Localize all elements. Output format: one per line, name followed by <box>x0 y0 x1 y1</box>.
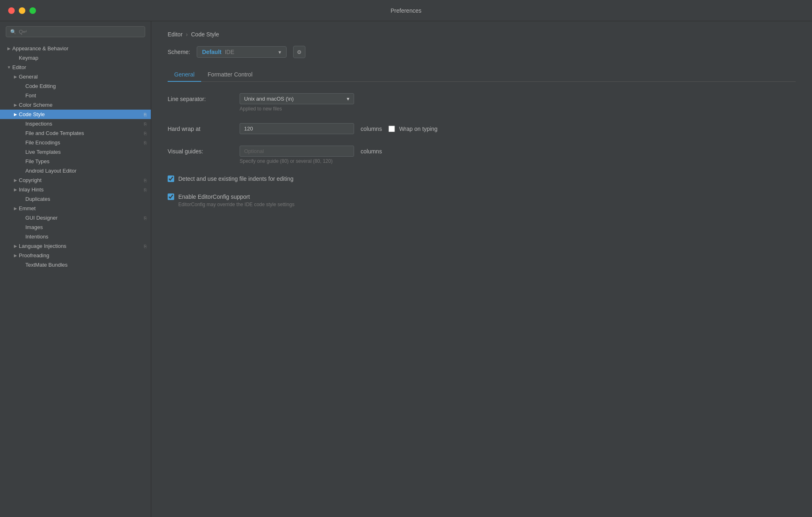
tree-arrow-appearance: ▶ <box>6 46 12 51</box>
wrap-on-typing-checkbox[interactable] <box>388 126 395 132</box>
sidebar-item-label-inspections: Inspections <box>25 121 141 127</box>
sidebar-item-general[interactable]: ▶General <box>0 72 151 81</box>
editorconfig-group: Enable EditorConfig support EditorConfig… <box>168 193 796 207</box>
sidebar-item-file-code-templates[interactable]: File and Code Templates⎘ <box>0 128 151 138</box>
sidebar-item-keymap[interactable]: Keymap <box>0 53 151 63</box>
breadcrumb-parent: Editor <box>168 31 183 38</box>
sidebar-item-label-images: Images <box>25 224 147 230</box>
sidebar-item-label-textmate-bundles: TextMate Bundles <box>25 262 147 268</box>
copy-icon-file-encodings: ⎘ <box>144 140 147 145</box>
hard-wrap-columns-label: columns <box>361 126 382 132</box>
sidebar-item-copyright[interactable]: ▶Copyright⎘ <box>0 175 151 185</box>
line-separator-group: Line separator: Unix and macOS (\n) ▾ Ap… <box>168 93 796 112</box>
sidebar-item-label-gui-designer: GUI Designer <box>25 215 141 221</box>
editorconfig-row: Enable EditorConfig support <box>168 193 796 200</box>
sidebar-item-android-layout-editor[interactable]: Android Layout Editor <box>0 166 151 175</box>
tree-arrow-language-injections: ▶ <box>12 244 19 248</box>
detect-indents-row: Detect and use existing file indents for… <box>168 175 796 182</box>
sidebar-item-textmate-bundles[interactable]: TextMate Bundles <box>0 260 151 270</box>
scheme-ide-text: IDE <box>225 49 234 55</box>
sidebar-item-label-color-scheme: Color Scheme <box>19 102 147 108</box>
main-layout: 🔍 ▶Appearance & BehaviorKeymap▼Editor▶Ge… <box>0 21 812 517</box>
visual-guides-label: Visual guides: <box>168 148 233 155</box>
tree-arrow-inlay-hints: ▶ <box>12 187 19 192</box>
sidebar-item-inlay-hints[interactable]: ▶Inlay Hints⎘ <box>0 185 151 194</box>
search-box[interactable]: 🔍 <box>6 26 145 37</box>
wrap-on-typing-label[interactable]: Wrap on typing <box>399 126 437 132</box>
sidebar-item-emmet[interactable]: ▶Emmet <box>0 204 151 213</box>
scheme-label: Scheme: <box>168 49 190 55</box>
minimize-button[interactable] <box>19 7 25 14</box>
copy-icon-language-injections: ⎘ <box>144 244 147 249</box>
sidebar-item-label-language-injections: Language Injections <box>19 243 141 249</box>
content-panel: Editor › Code Style Scheme: Default IDE … <box>151 21 812 517</box>
sidebar-item-label-font: Font <box>25 92 147 99</box>
sidebar-item-label-duplicates: Duplicates <box>25 196 147 202</box>
line-separator-hint: Applied to new files <box>240 106 796 112</box>
sidebar-item-label-inlay-hints: Inlay Hints <box>19 187 141 193</box>
sidebar-item-label-emmet: Emmet <box>19 205 147 211</box>
maximize-button[interactable] <box>29 7 36 14</box>
gear-icon: ⚙ <box>297 49 302 55</box>
sidebar-item-label-proofreading: Proofreading <box>19 252 147 258</box>
line-separator-dropdown[interactable]: Unix and macOS (\n) ▾ <box>240 93 354 104</box>
sidebar-item-file-types[interactable]: File Types <box>0 157 151 166</box>
sidebar-item-code-style[interactable]: ▶Code Style⎘ <box>0 110 151 119</box>
hard-wrap-row: Hard wrap at columns Wrap on typing <box>168 123 796 134</box>
sidebar-item-label-file-encodings: File Encodings <box>25 139 141 146</box>
hard-wrap-label: Hard wrap at <box>168 126 233 132</box>
sidebar-item-gui-designer[interactable]: GUI Designer⎘ <box>0 213 151 223</box>
sidebar-item-editor[interactable]: ▼Editor <box>0 63 151 72</box>
copy-icon-file-code-templates: ⎘ <box>144 131 147 136</box>
visual-guides-columns-label: columns <box>361 148 382 155</box>
sidebar-item-appearance[interactable]: ▶Appearance & Behavior <box>0 44 151 53</box>
tree-arrow-emmet: ▶ <box>12 206 19 211</box>
sidebar-item-language-injections[interactable]: ▶Language Injections⎘ <box>0 241 151 251</box>
sidebar-item-file-encodings[interactable]: File Encodings⎘ <box>0 138 151 147</box>
sidebar-item-label-file-code-templates: File and Code Templates <box>25 130 141 136</box>
line-separator-value: Unix and macOS (\n) <box>244 96 294 102</box>
sidebar-item-code-editing[interactable]: Code Editing <box>0 81 151 91</box>
sidebar-item-intentions[interactable]: Intentions <box>0 232 151 241</box>
scheme-dropdown-arrow: ▾ <box>278 49 281 55</box>
visual-guides-hint: Specify one guide (80) or several (80, 1… <box>240 158 796 164</box>
tab-general[interactable]: General <box>168 68 201 82</box>
tabs-row: GeneralFormatter Control <box>168 68 796 82</box>
visual-guides-row: Visual guides: columns <box>168 146 796 157</box>
sidebar-item-live-templates[interactable]: Live Templates <box>0 147 151 157</box>
preferences-window: Preferences 🔍 ▶Appearance & BehaviorKeym… <box>0 0 812 517</box>
form-section: Line separator: Unix and macOS (\n) ▾ Ap… <box>168 93 796 207</box>
titlebar: Preferences <box>0 0 812 21</box>
tree-arrow-general: ▶ <box>12 74 19 79</box>
scheme-dropdown[interactable]: Default IDE ▾ <box>197 46 287 58</box>
visual-guides-group: Visual guides: columns Specify one guide… <box>168 146 796 164</box>
sidebar-item-images[interactable]: Images <box>0 223 151 232</box>
editorconfig-checkbox[interactable] <box>168 193 174 200</box>
search-input[interactable] <box>19 29 141 35</box>
editorconfig-label[interactable]: Enable EditorConfig support <box>178 193 250 200</box>
detect-indents-label[interactable]: Detect and use existing file indents for… <box>178 175 294 182</box>
detect-indents-checkbox[interactable] <box>168 175 174 182</box>
sidebar-item-proofreading[interactable]: ▶Proofreading <box>0 251 151 260</box>
sidebar-item-font[interactable]: Font <box>0 91 151 100</box>
tab-formatter-control[interactable]: Formatter Control <box>201 68 259 82</box>
tree-arrow-proofreading: ▶ <box>12 253 19 258</box>
hard-wrap-input[interactable] <box>240 123 354 134</box>
sidebar-item-label-code-editing: Code Editing <box>25 83 147 89</box>
sidebar-item-duplicates[interactable]: Duplicates <box>0 194 151 204</box>
sidebar: 🔍 ▶Appearance & BehaviorKeymap▼Editor▶Ge… <box>0 21 151 517</box>
gear-button[interactable]: ⚙ <box>293 46 305 58</box>
close-button[interactable] <box>8 7 15 14</box>
sidebar-item-label-intentions: Intentions <box>25 234 147 240</box>
search-icon: 🔍 <box>10 29 16 35</box>
sidebar-item-label-general: General <box>19 74 147 80</box>
copy-icon-inspections: ⎘ <box>144 121 147 126</box>
visual-guides-input[interactable] <box>240 146 354 157</box>
breadcrumb: Editor › Code Style <box>168 31 796 38</box>
sidebar-item-inspections[interactable]: Inspections⎘ <box>0 119 151 128</box>
line-separator-row: Line separator: Unix and macOS (\n) ▾ <box>168 93 796 104</box>
sidebar-item-label-android-layout-editor: Android Layout Editor <box>25 168 147 174</box>
sidebar-item-color-scheme[interactable]: ▶Color Scheme <box>0 100 151 110</box>
line-separator-label: Line separator: <box>168 96 233 102</box>
breadcrumb-current: Code Style <box>191 31 219 38</box>
